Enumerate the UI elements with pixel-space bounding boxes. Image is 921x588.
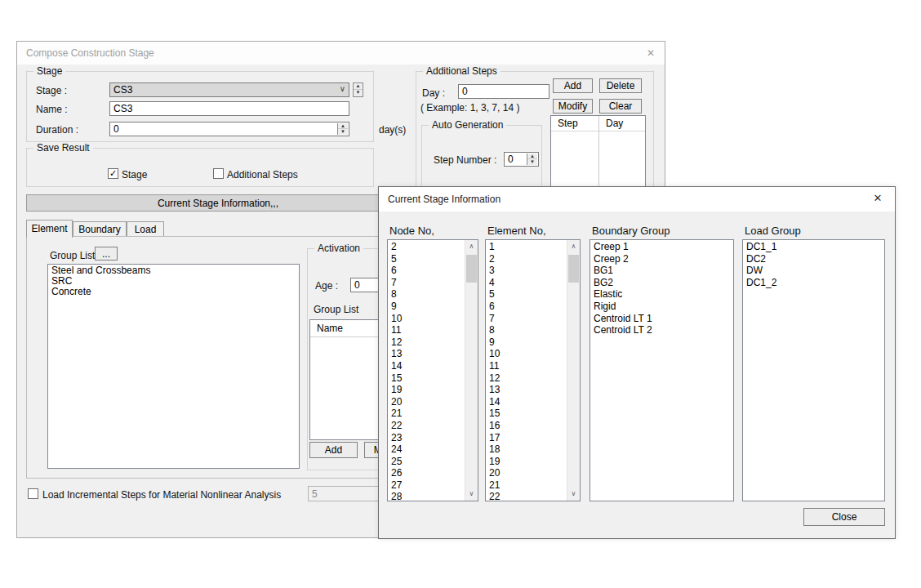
list-item[interactable]: SRC [48, 276, 299, 287]
list-item[interactable]: 21 [486, 479, 566, 492]
group-list-browse-button[interactable]: ... [95, 247, 118, 261]
list-item[interactable]: 17 [486, 432, 566, 444]
tab-boundary[interactable]: Boundary [73, 221, 127, 237]
scroll-up-icon[interactable]: ∧ [567, 240, 580, 253]
list-item[interactable]: 26 [388, 467, 464, 479]
list-item[interactable]: 12 [486, 372, 566, 385]
list-item[interactable]: Rigid [590, 301, 733, 313]
list-item[interactable]: Steel and Crossbeams [48, 265, 299, 276]
scrollbar-thumb[interactable] [568, 255, 579, 283]
element-no-listbox[interactable]: ∧ ∨ 12345678910111213141516171819202122 [485, 239, 581, 501]
list-item[interactable]: 9 [388, 301, 464, 313]
info-dialog-titlebar[interactable]: Current Stage Information ✕ [379, 187, 895, 212]
list-item[interactable]: 7 [486, 313, 566, 325]
spin-up-icon[interactable]: ▲ [354, 83, 363, 90]
list-item[interactable]: 9 [486, 336, 566, 349]
list-item[interactable]: 18 [486, 443, 566, 456]
list-item[interactable]: DW [743, 265, 884, 277]
node-no-listbox[interactable]: ∧ ∨ 256789101112131415192021222324252627… [387, 239, 478, 501]
node-list-scrollbar[interactable]: ∧ ∨ [465, 240, 478, 501]
list-item[interactable]: Concrete [48, 287, 299, 297]
list-item[interactable]: 22 [388, 420, 464, 432]
tab-element[interactable]: Element [26, 220, 73, 238]
spin-down-icon[interactable]: ▼ [354, 90, 363, 96]
step-number-field[interactable]: 0 ▲▼ [504, 152, 539, 167]
list-item[interactable]: Creep 1 [590, 241, 733, 253]
spin-down-icon[interactable]: ▼ [338, 129, 348, 135]
list-item[interactable]: BG2 [590, 277, 733, 289]
day-field[interactable] [458, 84, 549, 99]
step-number-spinner[interactable]: ▲▼ [527, 154, 537, 165]
list-item[interactable]: 11 [388, 324, 464, 336]
compose-dialog-titlebar[interactable]: Compose Construction Stage ✕ [17, 42, 665, 65]
spin-up-icon[interactable]: ▲ [527, 154, 537, 159]
name-field[interactable] [109, 101, 349, 116]
list-item[interactable]: 1 [486, 241, 566, 253]
scroll-up-icon[interactable]: ∧ [465, 240, 478, 253]
list-item[interactable]: 8 [388, 288, 464, 301]
list-item[interactable]: 6 [388, 265, 464, 277]
list-item[interactable]: DC2 [743, 253, 884, 265]
load-group-listbox[interactable]: DC1_1DC2DWDC1_2 [742, 239, 885, 501]
steps-table-header-step[interactable]: Step [551, 116, 598, 131]
list-item[interactable]: 19 [388, 384, 464, 396]
scroll-down-icon[interactable]: ∨ [567, 488, 580, 501]
element-list-scrollbar[interactable]: ∧ ∨ [567, 240, 580, 501]
list-item[interactable]: DC1_2 [743, 277, 884, 289]
compose-close-icon[interactable]: ✕ [643, 46, 658, 60]
save-stage-checkbox[interactable]: ✓ [108, 168, 118, 179]
list-item[interactable]: 23 [388, 432, 464, 444]
duration-field[interactable]: 0 ▲▼ [109, 122, 349, 136]
delete-step-button[interactable]: Delete [599, 78, 642, 93]
list-item[interactable]: Elastic [590, 288, 733, 301]
list-item[interactable]: 10 [486, 348, 566, 360]
list-item[interactable]: 12 [388, 336, 464, 349]
list-item[interactable]: 13 [388, 348, 464, 360]
list-item[interactable]: 27 [388, 479, 464, 492]
list-item[interactable]: 20 [388, 396, 464, 408]
list-item[interactable]: 15 [388, 372, 464, 385]
list-item[interactable]: 7 [388, 277, 464, 289]
list-item[interactable]: 25 [388, 456, 464, 468]
clear-steps-button[interactable]: Clear [599, 99, 642, 114]
list-item[interactable]: 15 [486, 408, 566, 420]
activation-add-button[interactable]: Add [309, 442, 358, 458]
nonlinear-analysis-checkbox[interactable] [28, 488, 38, 499]
tab-load[interactable]: Load [127, 221, 164, 237]
list-item[interactable]: 19 [486, 456, 566, 468]
duration-spinner[interactable]: ▲▼ [337, 123, 348, 135]
list-item[interactable]: BG1 [590, 265, 733, 277]
list-item[interactable]: 5 [486, 288, 566, 301]
save-additional-steps-checkbox[interactable] [213, 168, 224, 179]
list-item[interactable]: 5 [388, 253, 464, 265]
boundary-group-listbox[interactable]: Creep 1Creep 2BG1BG2ElasticRigidCentroid… [590, 239, 734, 501]
close-button[interactable]: Close [803, 508, 885, 526]
list-item[interactable]: 14 [486, 396, 566, 408]
list-item[interactable]: DC1_1 [743, 241, 884, 253]
list-item[interactable]: Creep 2 [590, 253, 733, 265]
list-item[interactable]: 14 [388, 360, 464, 372]
list-item[interactable]: 24 [388, 443, 464, 456]
list-item[interactable]: 16 [486, 420, 566, 432]
scroll-down-icon[interactable]: ∨ [465, 488, 478, 501]
list-item[interactable]: 2 [388, 241, 464, 253]
list-item[interactable]: 6 [486, 301, 566, 313]
stage-combobox[interactable]: CS3 ∨ [109, 82, 349, 97]
current-stage-information-button[interactable]: Current Stage Information,,, [26, 194, 410, 212]
list-item[interactable]: 10 [388, 313, 464, 325]
list-item[interactable]: Centroid LT 2 [590, 324, 733, 336]
spin-up-icon[interactable]: ▲ [338, 123, 348, 129]
list-item[interactable]: 11 [486, 360, 566, 372]
steps-table-header-day[interactable]: Day [599, 116, 645, 131]
list-item[interactable]: 4 [486, 277, 566, 289]
list-item[interactable]: 8 [486, 324, 566, 336]
group-listbox[interactable]: Steel and CrossbeamsSRCConcrete [47, 264, 300, 469]
list-item[interactable]: 3 [486, 265, 566, 277]
chevron-down-icon[interactable]: ∨ [340, 84, 345, 93]
list-item[interactable]: 20 [486, 467, 566, 479]
scrollbar-thumb[interactable] [466, 255, 477, 283]
modify-step-button[interactable]: Modify [553, 99, 593, 114]
list-item[interactable]: 21 [388, 408, 464, 420]
add-step-button[interactable]: Add [553, 78, 593, 93]
list-item[interactable]: 28 [388, 491, 464, 501]
